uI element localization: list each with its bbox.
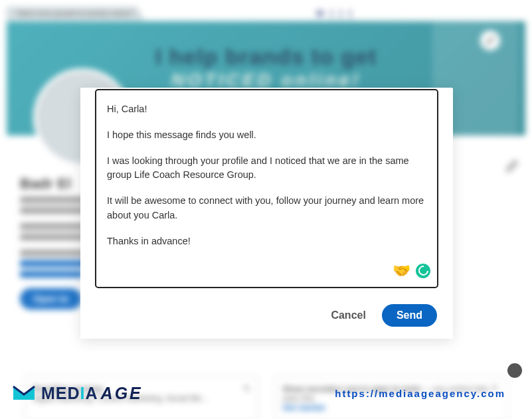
logo-media-text: MED bbox=[41, 384, 80, 402]
help-floating-button[interactable] bbox=[507, 363, 522, 378]
dialog-footer: Cancel Send bbox=[80, 295, 453, 339]
cancel-button[interactable]: Cancel bbox=[331, 309, 365, 321]
message-textarea[interactable]: Hi, Carla! I hope this message finds you… bbox=[95, 89, 438, 288]
footer-logo-text: MEDIAAGE bbox=[41, 384, 143, 403]
message-line: I was looking through your profile and I… bbox=[107, 154, 426, 183]
banner-tagline: Want more growth & activity online? bbox=[7, 7, 144, 20]
banner-logo-box: M | | | bbox=[307, 7, 363, 20]
message-signoff: Thanks in advance! bbox=[107, 234, 426, 249]
message-line: It will be awesome to connect with you, … bbox=[107, 194, 426, 223]
message-corner-tools: 🤝 bbox=[393, 260, 430, 282]
envelope-logo-icon bbox=[11, 380, 37, 406]
grammarly-icon[interactable] bbox=[416, 264, 430, 278]
logo-age-text: AGE bbox=[101, 384, 143, 402]
page-footer-overlay: MEDIAAGE https://mediaageagency.com bbox=[0, 377, 532, 419]
banner-top-logo: M | | | bbox=[316, 8, 353, 19]
banner-headline: I help brands to get bbox=[155, 44, 377, 70]
edit-banner-button[interactable] bbox=[480, 31, 500, 50]
message-line: I hope this message finds you well. bbox=[107, 128, 426, 143]
edit-profile-button[interactable] bbox=[505, 159, 519, 176]
message-greeting: Hi, Carla! bbox=[107, 102, 426, 117]
handshake-icon: 🤝 bbox=[393, 260, 410, 282]
open-to-button[interactable]: Open to bbox=[20, 288, 82, 309]
banner-top-strip: Want more growth & activity online? M | … bbox=[7, 5, 525, 21]
footer-logo: MEDIAAGE bbox=[11, 380, 143, 406]
pencil-icon bbox=[505, 159, 519, 173]
pencil-icon bbox=[486, 36, 495, 45]
send-invite-dialog: Hi, Carla! I hope this message finds you… bbox=[80, 88, 453, 339]
footer-url[interactable]: https://mediaageagency.com bbox=[335, 388, 505, 399]
send-button[interactable]: Send bbox=[382, 304, 437, 327]
